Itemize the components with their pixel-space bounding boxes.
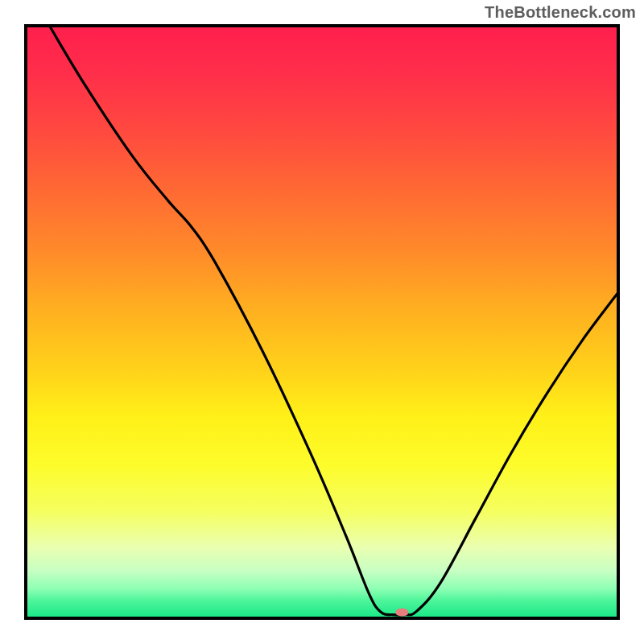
chart-background-gradient — [26, 26, 618, 618]
watermark-text: TheBottleneck.com — [485, 3, 636, 22]
chart-container: { "watermark": "TheBottleneck.com", "cha… — [0, 0, 644, 644]
optimal-point-marker — [395, 609, 408, 617]
bottleneck-chart — [0, 0, 644, 644]
